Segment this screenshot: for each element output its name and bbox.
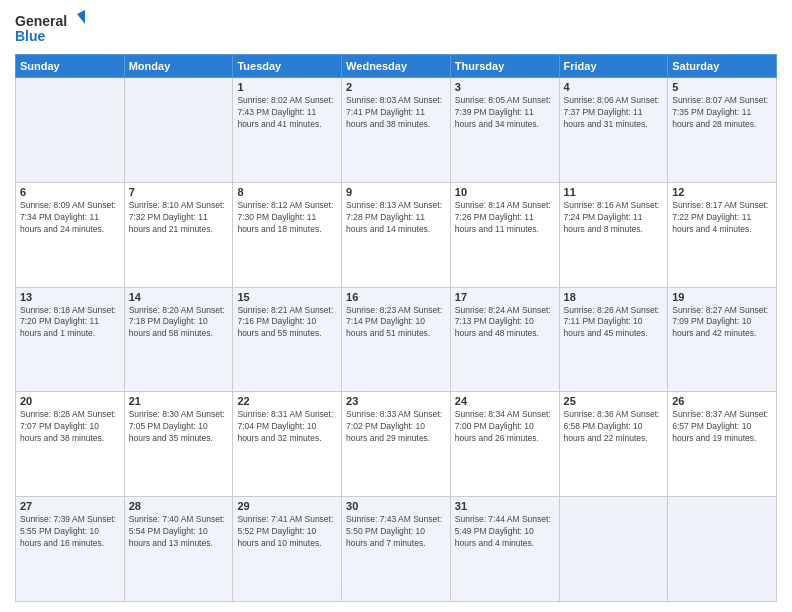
day-info: Sunrise: 8:17 AM Sunset: 7:22 PM Dayligh…	[672, 200, 772, 236]
day-number: 8	[237, 186, 337, 198]
logo: General Blue	[15, 10, 85, 46]
day-number: 13	[20, 291, 120, 303]
calendar-day-cell: 2Sunrise: 8:03 AM Sunset: 7:41 PM Daylig…	[342, 78, 451, 183]
day-number: 21	[129, 395, 229, 407]
day-number: 22	[237, 395, 337, 407]
day-number: 18	[564, 291, 664, 303]
day-of-week-header: Thursday	[450, 55, 559, 78]
calendar-day-cell: 9Sunrise: 8:13 AM Sunset: 7:28 PM Daylig…	[342, 182, 451, 287]
day-info: Sunrise: 8:34 AM Sunset: 7:00 PM Dayligh…	[455, 409, 555, 445]
calendar-day-cell: 21Sunrise: 8:30 AM Sunset: 7:05 PM Dayli…	[124, 392, 233, 497]
calendar-day-cell: 24Sunrise: 8:34 AM Sunset: 7:00 PM Dayli…	[450, 392, 559, 497]
day-info: Sunrise: 8:20 AM Sunset: 7:18 PM Dayligh…	[129, 305, 229, 341]
day-info: Sunrise: 8:05 AM Sunset: 7:39 PM Dayligh…	[455, 95, 555, 131]
day-of-week-header: Monday	[124, 55, 233, 78]
day-of-week-header: Wednesday	[342, 55, 451, 78]
day-number: 29	[237, 500, 337, 512]
page: General Blue SundayMondayTuesdayWednesda…	[0, 0, 792, 612]
day-info: Sunrise: 8:28 AM Sunset: 7:07 PM Dayligh…	[20, 409, 120, 445]
day-number: 17	[455, 291, 555, 303]
day-of-week-header: Sunday	[16, 55, 125, 78]
calendar-day-cell: 17Sunrise: 8:24 AM Sunset: 7:13 PM Dayli…	[450, 287, 559, 392]
calendar-day-cell: 15Sunrise: 8:21 AM Sunset: 7:16 PM Dayli…	[233, 287, 342, 392]
calendar-day-cell: 14Sunrise: 8:20 AM Sunset: 7:18 PM Dayli…	[124, 287, 233, 392]
logo-svg: General Blue	[15, 10, 85, 46]
day-info: Sunrise: 8:18 AM Sunset: 7:20 PM Dayligh…	[20, 305, 120, 341]
day-of-week-header: Tuesday	[233, 55, 342, 78]
calendar-day-cell: 19Sunrise: 8:27 AM Sunset: 7:09 PM Dayli…	[668, 287, 777, 392]
day-info: Sunrise: 8:27 AM Sunset: 7:09 PM Dayligh…	[672, 305, 772, 341]
day-info: Sunrise: 8:21 AM Sunset: 7:16 PM Dayligh…	[237, 305, 337, 341]
day-info: Sunrise: 8:37 AM Sunset: 6:57 PM Dayligh…	[672, 409, 772, 445]
day-info: Sunrise: 8:36 AM Sunset: 6:58 PM Dayligh…	[564, 409, 664, 445]
day-number: 11	[564, 186, 664, 198]
calendar-day-cell: 4Sunrise: 8:06 AM Sunset: 7:37 PM Daylig…	[559, 78, 668, 183]
day-number: 2	[346, 81, 446, 93]
day-info: Sunrise: 8:03 AM Sunset: 7:41 PM Dayligh…	[346, 95, 446, 131]
day-info: Sunrise: 8:06 AM Sunset: 7:37 PM Dayligh…	[564, 95, 664, 131]
day-number: 3	[455, 81, 555, 93]
day-number: 19	[672, 291, 772, 303]
calendar-day-cell	[16, 78, 125, 183]
day-info: Sunrise: 8:26 AM Sunset: 7:11 PM Dayligh…	[564, 305, 664, 341]
day-info: Sunrise: 7:43 AM Sunset: 5:50 PM Dayligh…	[346, 514, 446, 550]
day-number: 6	[20, 186, 120, 198]
day-info: Sunrise: 8:31 AM Sunset: 7:04 PM Dayligh…	[237, 409, 337, 445]
day-info: Sunrise: 8:33 AM Sunset: 7:02 PM Dayligh…	[346, 409, 446, 445]
calendar-day-cell: 27Sunrise: 7:39 AM Sunset: 5:55 PM Dayli…	[16, 497, 125, 602]
calendar-day-cell: 3Sunrise: 8:05 AM Sunset: 7:39 PM Daylig…	[450, 78, 559, 183]
calendar-day-cell: 1Sunrise: 8:02 AM Sunset: 7:43 PM Daylig…	[233, 78, 342, 183]
calendar-day-cell: 6Sunrise: 8:09 AM Sunset: 7:34 PM Daylig…	[16, 182, 125, 287]
calendar-day-cell: 11Sunrise: 8:16 AM Sunset: 7:24 PM Dayli…	[559, 182, 668, 287]
calendar-day-cell: 18Sunrise: 8:26 AM Sunset: 7:11 PM Dayli…	[559, 287, 668, 392]
day-number: 7	[129, 186, 229, 198]
header: General Blue	[15, 10, 777, 46]
calendar-day-cell: 31Sunrise: 7:44 AM Sunset: 5:49 PM Dayli…	[450, 497, 559, 602]
calendar-day-cell: 30Sunrise: 7:43 AM Sunset: 5:50 PM Dayli…	[342, 497, 451, 602]
day-info: Sunrise: 8:07 AM Sunset: 7:35 PM Dayligh…	[672, 95, 772, 131]
calendar-week-row: 6Sunrise: 8:09 AM Sunset: 7:34 PM Daylig…	[16, 182, 777, 287]
calendar-day-cell: 10Sunrise: 8:14 AM Sunset: 7:26 PM Dayli…	[450, 182, 559, 287]
day-info: Sunrise: 7:41 AM Sunset: 5:52 PM Dayligh…	[237, 514, 337, 550]
svg-text:Blue: Blue	[15, 28, 46, 44]
day-info: Sunrise: 7:39 AM Sunset: 5:55 PM Dayligh…	[20, 514, 120, 550]
calendar-day-cell: 16Sunrise: 8:23 AM Sunset: 7:14 PM Dayli…	[342, 287, 451, 392]
calendar-week-row: 27Sunrise: 7:39 AM Sunset: 5:55 PM Dayli…	[16, 497, 777, 602]
day-number: 1	[237, 81, 337, 93]
day-info: Sunrise: 8:14 AM Sunset: 7:26 PM Dayligh…	[455, 200, 555, 236]
day-number: 20	[20, 395, 120, 407]
calendar-day-cell: 28Sunrise: 7:40 AM Sunset: 5:54 PM Dayli…	[124, 497, 233, 602]
day-info: Sunrise: 7:44 AM Sunset: 5:49 PM Dayligh…	[455, 514, 555, 550]
day-info: Sunrise: 8:13 AM Sunset: 7:28 PM Dayligh…	[346, 200, 446, 236]
day-info: Sunrise: 8:24 AM Sunset: 7:13 PM Dayligh…	[455, 305, 555, 341]
calendar-week-row: 20Sunrise: 8:28 AM Sunset: 7:07 PM Dayli…	[16, 392, 777, 497]
calendar-day-cell: 20Sunrise: 8:28 AM Sunset: 7:07 PM Dayli…	[16, 392, 125, 497]
calendar-table: SundayMondayTuesdayWednesdayThursdayFrid…	[15, 54, 777, 602]
day-number: 31	[455, 500, 555, 512]
calendar-day-cell: 26Sunrise: 8:37 AM Sunset: 6:57 PM Dayli…	[668, 392, 777, 497]
day-number: 10	[455, 186, 555, 198]
calendar-day-cell: 23Sunrise: 8:33 AM Sunset: 7:02 PM Dayli…	[342, 392, 451, 497]
day-number: 12	[672, 186, 772, 198]
day-number: 9	[346, 186, 446, 198]
calendar-day-cell: 7Sunrise: 8:10 AM Sunset: 7:32 PM Daylig…	[124, 182, 233, 287]
calendar-day-cell: 8Sunrise: 8:12 AM Sunset: 7:30 PM Daylig…	[233, 182, 342, 287]
day-info: Sunrise: 8:09 AM Sunset: 7:34 PM Dayligh…	[20, 200, 120, 236]
day-number: 23	[346, 395, 446, 407]
day-info: Sunrise: 8:02 AM Sunset: 7:43 PM Dayligh…	[237, 95, 337, 131]
calendar-day-cell	[124, 78, 233, 183]
calendar-day-cell: 29Sunrise: 7:41 AM Sunset: 5:52 PM Dayli…	[233, 497, 342, 602]
day-info: Sunrise: 7:40 AM Sunset: 5:54 PM Dayligh…	[129, 514, 229, 550]
day-info: Sunrise: 8:23 AM Sunset: 7:14 PM Dayligh…	[346, 305, 446, 341]
day-number: 26	[672, 395, 772, 407]
day-number: 30	[346, 500, 446, 512]
day-number: 5	[672, 81, 772, 93]
calendar-day-cell: 5Sunrise: 8:07 AM Sunset: 7:35 PM Daylig…	[668, 78, 777, 183]
day-of-week-header: Saturday	[668, 55, 777, 78]
day-of-week-header: Friday	[559, 55, 668, 78]
day-number: 14	[129, 291, 229, 303]
calendar-week-row: 13Sunrise: 8:18 AM Sunset: 7:20 PM Dayli…	[16, 287, 777, 392]
day-number: 28	[129, 500, 229, 512]
day-number: 25	[564, 395, 664, 407]
day-number: 24	[455, 395, 555, 407]
